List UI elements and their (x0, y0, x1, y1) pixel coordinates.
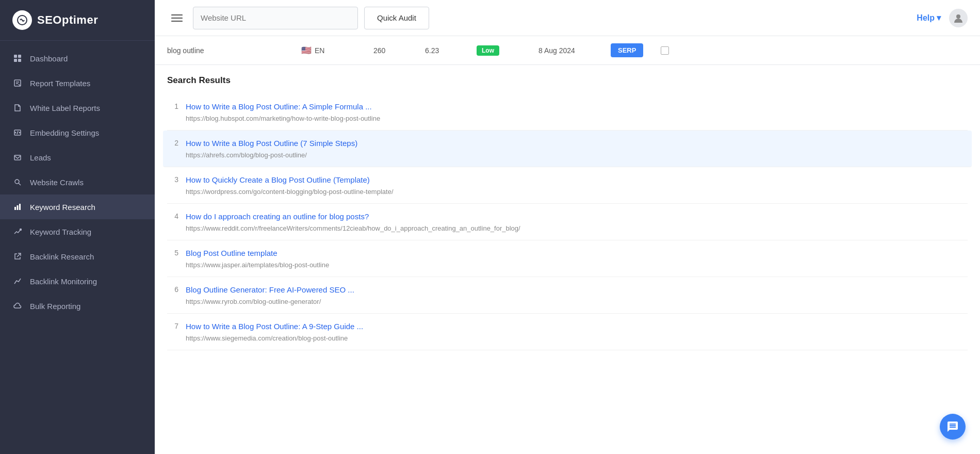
sidebar-item-leads[interactable]: Leads (0, 145, 155, 170)
checkbox-cell (657, 46, 673, 55)
result-title-link[interactable]: How do I approach creating an outline fo… (186, 211, 968, 222)
result-content: How to Quickly Create a Blog Post Outlin… (186, 174, 968, 196)
content-area: blog outline 🇺🇸 EN 260 6.23 Low 8 Aug 20… (155, 36, 980, 454)
sidebar-item-keyword-tracking[interactable]: Keyword Tracking (0, 219, 155, 244)
result-number: 5 (167, 248, 178, 257)
language-cell: 🇺🇸 EN (301, 45, 373, 55)
search-circle-icon (12, 177, 23, 187)
tracking-icon (12, 226, 23, 237)
sidebar-item-backlink-monitoring[interactable]: Backlink Monitoring (0, 269, 155, 294)
search-results-section: Search Results 1 How to Write a Blog Pos… (155, 65, 980, 361)
result-number: 2 (167, 138, 178, 147)
result-content: Blog Post Outline template https://www.j… (186, 248, 968, 269)
help-button[interactable]: Help ▾ (917, 13, 941, 23)
sidebar-item-label: Embedding Settings (30, 128, 99, 137)
flag-icon: 🇺🇸 (301, 45, 312, 55)
result-url: https://www.jasper.ai/templates/blog-pos… (186, 261, 329, 269)
quick-audit-button[interactable]: Quick Audit (364, 7, 429, 29)
result-title-link[interactable]: How to Quickly Create a Blog Post Outlin… (186, 174, 968, 185)
serp-cell: SERP (611, 43, 657, 57)
svg-rect-14 (14, 155, 21, 160)
topbar: Quick Audit Help ▾ (155, 0, 980, 36)
sidebar-item-label: Keyword Tracking (30, 228, 91, 236)
svg-rect-1 (14, 55, 17, 58)
result-number: 7 (167, 321, 178, 330)
result-content: How to Write a Blog Post Outline (7 Simp… (186, 138, 968, 159)
result-title-link[interactable]: How to Write a Blog Post Outline: A 9-St… (186, 321, 968, 332)
svg-rect-4 (18, 59, 21, 62)
cloud-icon (12, 301, 23, 311)
result-title-link[interactable]: How to Write a Blog Post Outline: A Simp… (186, 101, 968, 112)
sidebar-item-label: Backlink Monitoring (30, 277, 97, 286)
result-item: 4 How do I approach creating an outline … (167, 204, 968, 240)
edit-icon (12, 78, 23, 88)
result-content: How do I approach creating an outline fo… (186, 211, 968, 233)
sidebar-item-backlink-research[interactable]: Backlink Research (0, 244, 155, 269)
main-content: Quick Audit Help ▾ blog outline 🇺🇸 EN 26… (155, 0, 980, 454)
sidebar-item-label: White Label Reports (30, 104, 100, 112)
logo-area: SEOptimer (0, 0, 155, 41)
sidebar-item-label: Leads (30, 153, 51, 162)
result-url: https://wordpress.com/go/content-bloggin… (186, 188, 394, 196)
svg-line-10 (15, 133, 16, 133)
result-content: How to Write a Blog Post Outline: A Simp… (186, 101, 968, 123)
volume-cell: 260 (373, 46, 425, 55)
sidebar-navigation: Dashboard Report Templates White Label (0, 41, 155, 454)
url-input[interactable] (193, 7, 358, 29)
keyword-table-row: blog outline 🇺🇸 EN 260 6.23 Low 8 Aug 20… (155, 36, 980, 65)
chevron-down-icon: ▾ (937, 13, 941, 23)
results-list: 1 How to Write a Blog Post Outline: A Si… (167, 94, 968, 350)
result-title-link[interactable]: How to Write a Blog Post Outline (7 Simp… (186, 138, 968, 149)
logo-text: SEOptimer (37, 13, 98, 27)
svg-rect-17 (14, 207, 16, 210)
result-number: 6 (167, 284, 178, 294)
svg-point-25 (956, 14, 960, 19)
sidebar-item-label: Report Templates (30, 79, 90, 88)
result-number: 4 (167, 211, 178, 220)
sidebar-item-embedding-settings[interactable]: Embedding Settings (0, 120, 155, 145)
result-item: 5 Blog Post Outline template https://www… (167, 240, 968, 277)
svg-line-16 (19, 183, 21, 185)
row-checkbox[interactable] (661, 46, 669, 55)
result-number: 3 (167, 174, 178, 184)
sidebar-item-report-templates[interactable]: Report Templates (0, 71, 155, 95)
mail-icon (12, 152, 23, 163)
topbar-right: Help ▾ (917, 9, 968, 27)
file-icon (12, 103, 23, 113)
svg-rect-18 (17, 205, 19, 210)
svg-point-20 (20, 229, 22, 231)
bar-chart-icon (12, 202, 23, 212)
result-title-link[interactable]: Blog Post Outline template (186, 248, 968, 258)
logo-icon (12, 10, 32, 30)
competition-badge: Low (477, 45, 499, 56)
chat-bubble-button[interactable] (940, 414, 966, 440)
svg-line-12 (19, 133, 20, 133)
trend-icon (12, 276, 23, 286)
sidebar-item-label: Dashboard (30, 54, 68, 63)
result-url: https://blog.hubspot.com/marketing/how-t… (186, 115, 380, 122)
sidebar-item-label: Keyword Research (30, 203, 95, 212)
sidebar-item-white-label-reports[interactable]: White Label Reports (0, 95, 155, 120)
result-item: 1 How to Write a Blog Post Outline: A Si… (167, 94, 968, 131)
result-item: 3 How to Quickly Create a Blog Post Outl… (167, 167, 968, 204)
sidebar-item-keyword-research[interactable]: Keyword Research (0, 194, 155, 219)
search-results-heading: Search Results (167, 75, 968, 86)
embed-icon (12, 127, 23, 138)
sidebar-item-website-crawls[interactable]: Website Crawls (0, 170, 155, 194)
result-url: https://ahrefs.com/blog/blog-post-outlin… (186, 151, 307, 159)
competition-cell: Low (477, 45, 538, 56)
result-item: 2 How to Write a Blog Post Outline (7 Si… (163, 131, 972, 167)
result-title-link[interactable]: Blog Outline Generator: Free AI-Powered … (186, 284, 968, 295)
svg-line-13 (17, 131, 18, 134)
result-number: 1 (167, 101, 178, 110)
sidebar-item-dashboard[interactable]: Dashboard (0, 46, 155, 71)
sidebar-item-label: Backlink Research (30, 252, 94, 261)
result-content: How to Write a Blog Post Outline: A 9-St… (186, 321, 968, 343)
serp-button[interactable]: SERP (611, 43, 643, 57)
svg-rect-3 (14, 59, 17, 62)
hamburger-button[interactable] (167, 11, 187, 25)
svg-rect-2 (18, 55, 21, 58)
user-avatar[interactable] (949, 9, 968, 27)
sidebar-item-bulk-reporting[interactable]: Bulk Reporting (0, 294, 155, 318)
result-url: https://www.ryrob.com/blog-outline-gener… (186, 298, 321, 305)
